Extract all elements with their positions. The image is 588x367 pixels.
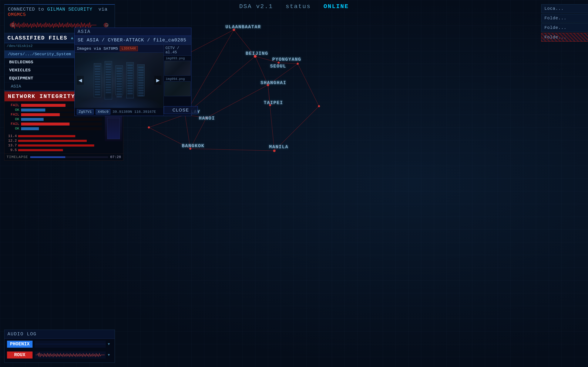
svg-line-4: [268, 85, 274, 151]
asia-popup-region: ASIA: [75, 28, 191, 36]
ni-label-4: FAIL: [7, 122, 19, 126]
svg-line-14: [149, 115, 185, 127]
asia-popup-left: Images via SAT0M5 L33th4X ◀: [75, 45, 164, 116]
conn-via: via: [98, 7, 108, 12]
asia-popup: ASIA SE ASIA / CYBER-ATTACK / file_ca028…: [74, 28, 191, 116]
right-panel: Loca... Folde... Folde... Folde...: [541, 4, 588, 42]
timelapse-label: TIMELAPSE: [7, 155, 28, 159]
close-popup-button[interactable]: CLOSE: [164, 106, 198, 114]
image-footer: Zg57V1 X45c9 39.91389N 116.39167E: [75, 108, 164, 116]
audio-log-header: AUDIO LOG: [4, 330, 115, 339]
svg-point-22: [277, 62, 280, 64]
svg-point-20: [233, 28, 235, 31]
svg-line-16: [279, 63, 298, 64]
ni-label-1: OK: [7, 108, 19, 112]
thumbnail-2[interactable]: img094.png: [164, 76, 191, 97]
svg-point-26: [205, 117, 207, 119]
main-image: ◀ ▶: [75, 53, 164, 108]
svg-point-33: [254, 55, 256, 57]
network-numbers: 11.4 12.2 13.7 9.5: [4, 133, 104, 154]
svg-line-2: [255, 56, 268, 85]
tree-security-path[interactable]: /Users/.../Security_System: [4, 50, 76, 58]
svg-point-32: [318, 105, 320, 107]
svg-line-5: [206, 85, 268, 118]
svg-line-7: [185, 56, 255, 115]
svg-line-17: [268, 64, 298, 85]
tree-vehicles[interactable]: VEHICLES: [4, 66, 76, 74]
phoenix-waveform: [35, 341, 106, 348]
svg-text:🎧: 🎧: [11, 23, 15, 27]
svg-point-30: [148, 126, 150, 128]
svg-point-28: [189, 148, 191, 150]
ni-label-0: FAIL: [7, 103, 19, 107]
svg-text:🎧: 🎧: [105, 23, 109, 27]
svg-point-25: [273, 150, 276, 152]
location-button[interactable]: Loca...: [541, 4, 588, 13]
svg-line-18: [274, 106, 319, 151]
prev-arrow[interactable]: ◀: [77, 76, 84, 85]
svg-line-15: [149, 127, 190, 149]
next-arrow[interactable]: ▶: [154, 76, 161, 85]
svg-line-10: [190, 118, 206, 149]
audio-log-panel: AUDIO LOG PHOENIX ▼ ROUX ▼: [4, 330, 115, 363]
image-nav: ◀ ▶: [75, 53, 164, 108]
classified-files-header: CLASSIFIED FILES ▲: [4, 33, 76, 43]
svg-line-9: [185, 115, 190, 149]
timelapse-time: 07:28: [110, 155, 121, 159]
footer-tag1: Zg57V1: [77, 109, 94, 115]
asia-popup-path: SE ASIA / CYBER-ATTACK / file_ca0285: [75, 36, 191, 45]
thumb-img-2: [164, 81, 190, 96]
disk-path: /dev/disk1s2: [4, 43, 76, 49]
asia-popup-right: CCTV / al.45 img093.png img094.png CLOSE: [164, 45, 191, 116]
thumb-label-1: img093.png: [164, 56, 190, 61]
phoenix-label: PHOENIX: [7, 341, 33, 348]
ni-num-0: 11.4: [7, 134, 17, 138]
user-tag: L33th4X: [120, 46, 138, 51]
timelapse-progress: [30, 156, 108, 158]
cctv-header: CCTV / al.45: [164, 45, 191, 56]
phoenix-dropdown[interactable]: ▼: [108, 342, 112, 346]
roux-waveform: [35, 351, 106, 359]
folder-button-2[interactable]: Folde...: [541, 23, 588, 32]
roux-label: ROUX: [7, 351, 33, 359]
roux-dropdown[interactable]: ▼: [108, 353, 112, 357]
conn-target: GILMAN SECURITY: [47, 7, 93, 12]
thumb-img-1: [164, 61, 190, 76]
conn-via-value: OMGMC5: [8, 12, 26, 17]
network-integrity-title: NETWORK INTEGRITY: [8, 93, 75, 100]
folder-button-1[interactable]: Folde...: [541, 14, 588, 23]
classified-files-close[interactable]: ▲: [71, 36, 73, 41]
svg-point-23: [267, 84, 269, 86]
svg-line-11: [190, 149, 274, 151]
ni-num-2: 13.7: [7, 143, 17, 147]
ni-side-gauge: [105, 116, 122, 141]
thumbnail-1[interactable]: img093.png: [164, 56, 191, 76]
thumb-label-2: img094.png: [164, 77, 190, 81]
ni-num-3: 9.5: [7, 148, 17, 152]
classified-files-title: CLASSIFIED FILES: [8, 35, 67, 41]
status-label: status: [285, 3, 311, 10]
ni-label-3: OK: [7, 117, 19, 121]
images-tab: Images via SAT0M5 L33th4X: [75, 45, 164, 53]
ni-label-5: OK: [7, 127, 19, 131]
footer-tag2: X45c9: [96, 109, 110, 115]
dsa-version: DSA v2.1: [239, 3, 273, 10]
ni-label-2: FAIL: [7, 113, 19, 117]
ni-num-1: 12.2: [7, 139, 17, 143]
svg-point-24: [269, 104, 271, 106]
audio-track-phoenix: PHOENIX ▼: [4, 339, 115, 350]
tree-asia[interactable]: ASIA: [4, 83, 76, 91]
tree-buildings[interactable]: BUILDINGS: [4, 58, 76, 66]
timelapse-bar: TIMELAPSE 07:28: [4, 154, 123, 160]
svg-rect-41: [35, 351, 106, 359]
svg-line-1: [255, 56, 279, 63]
tree-equipment[interactable]: EQUIPMENT: [4, 74, 76, 83]
svg-line-19: [298, 64, 319, 106]
svg-line-0: [234, 30, 255, 56]
audio-track-roux: ROUX ▼: [4, 350, 115, 360]
folder-button-3[interactable]: Folde...: [541, 33, 588, 42]
conn-prefix: CONNECTED to: [8, 7, 44, 12]
svg-point-31: [297, 63, 299, 65]
asia-popup-body: Images via SAT0M5 L33th4X ◀: [75, 45, 191, 116]
connection-text: CONNECTED to GILMAN SECURITY via OMGMC5: [8, 7, 111, 17]
